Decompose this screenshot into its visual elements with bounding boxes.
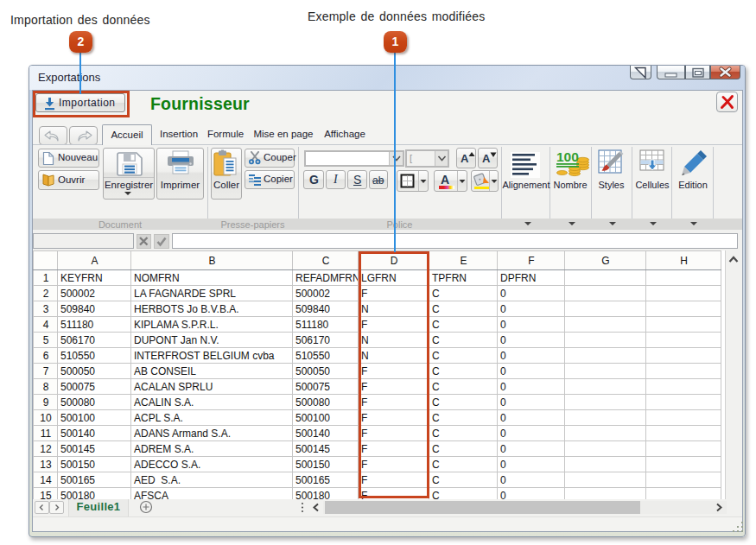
svg-text:100: 100	[556, 150, 579, 164]
